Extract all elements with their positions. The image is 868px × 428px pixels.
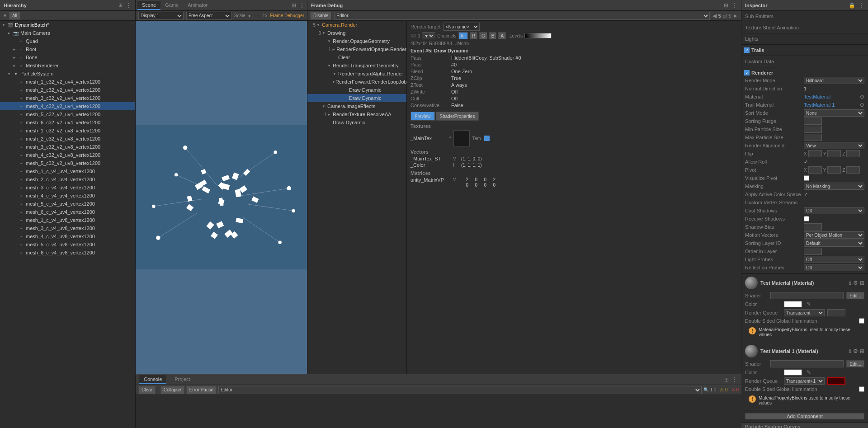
rt-item[interactable]: ▼ Render.TransparentGeometry (307, 61, 406, 70)
list-item[interactable]: ▪mesh_3_c_v4_uv8_vertex1200 (0, 224, 135, 232)
list-item[interactable]: ▪mesh_4_c_v4_uv8_vertex1200 (0, 232, 135, 240)
expand2-icon[interactable]: ⊞ (860, 348, 864, 354)
apply-color-check[interactable]: ✓ (804, 192, 808, 198)
light-probes-select[interactable]: Off (804, 256, 864, 263)
hierarchy-dots[interactable]: ⋮ (125, 2, 132, 9)
tree-item-root[interactable]: ► ▫ Root (0, 45, 135, 53)
list-item[interactable]: ▪mesh_3_c32_v2_uv4_vertex1200 (0, 94, 135, 102)
rt-item[interactable]: 1 ► RenderTexture.ResolveAA (307, 110, 406, 118)
shader-props-btn[interactable]: ShaderProperties (436, 112, 479, 121)
list-item[interactable]: ▪mesh_1_c_v4_uv4_vertex1200 (0, 167, 135, 175)
console-lock-icon[interactable]: ⊞ (724, 376, 729, 383)
rt-item[interactable]: Draw Dynamic (307, 86, 406, 94)
motion-vectors-select[interactable]: Per Object Motion (804, 231, 864, 239)
edit2-btn[interactable]: Edit... (846, 360, 864, 367)
trail-material-select-icon[interactable]: ⊙ (860, 102, 864, 108)
clear-btn[interactable]: Clear (138, 386, 156, 394)
list-item[interactable]: ▪mesh_4_c32_v2_uv8_vertex1200 (0, 151, 135, 159)
list-item[interactable]: ▪mesh_2_c_v4_uv4_vertex1200 (0, 175, 135, 183)
render-alignment-select[interactable]: View (804, 142, 864, 149)
list-item[interactable]: ▪mesh_6_c_v4_uv8_vertex1200 (0, 249, 135, 257)
inspector-lock-icon[interactable]: 🔒 (849, 2, 855, 9)
editor-select[interactable]: Editor (334, 12, 709, 20)
dsgi2-checkbox[interactable] (859, 386, 864, 392)
channel-r-btn[interactable]: R (470, 32, 477, 39)
error-pause-btn[interactable]: Error Pause (186, 386, 217, 394)
tree-item-bone[interactable]: ► ▫ Bone (0, 53, 135, 61)
list-item[interactable]: ▪mesh_2_c32_v2_uv8_vertex1200 (0, 135, 135, 143)
tree-item-dynamicbatch[interactable]: ▼ 🎬 DynamicBatch* ⋮ (0, 21, 135, 29)
tab-animator[interactable]: Animator (183, 1, 212, 10)
trail-material-value[interactable]: TestMaterial 1 (804, 102, 858, 108)
max-particle-input[interactable]: 0.5 (804, 134, 822, 141)
color1-swatch[interactable] (784, 301, 802, 307)
aspect-select[interactable]: Free Aspect (186, 12, 231, 20)
display-select[interactable]: Display 1 (138, 12, 184, 20)
flip-z-input[interactable]: 0 (846, 150, 860, 157)
frame-debug-dots[interactable]: ⋮ (731, 2, 737, 9)
rt-item[interactable]: 5 ▼ Camera.Render (307, 21, 406, 29)
info-icon[interactable]: ℹ (849, 280, 851, 286)
flip-y-input[interactable]: 0 (827, 150, 841, 157)
sort-mode-select[interactable]: None (804, 109, 864, 117)
gear2-icon[interactable]: ⚙ (853, 348, 858, 354)
allow-roll-check[interactable]: ✓ (804, 159, 808, 165)
rt-item-selected[interactable]: Draw Dynamic (307, 94, 406, 102)
shader2-input[interactable]: Unlit/TestShader (770, 360, 844, 367)
info2-icon[interactable]: ℹ (849, 348, 851, 354)
rt-item[interactable]: Clear (307, 53, 406, 61)
shadow-bias-input[interactable]: 0 (804, 223, 822, 230)
sorting-layer-select[interactable]: Default (804, 240, 864, 247)
rt-item[interactable]: 1 ► RenderForwardOpaque.Render (307, 45, 406, 53)
channel-b-btn[interactable]: B (489, 32, 497, 39)
masking-select[interactable]: No Masking (804, 183, 864, 190)
material-select-icon[interactable]: ⊙ (860, 94, 864, 100)
frame-debug-lock-icon[interactable]: ⊞ (724, 2, 728, 9)
trails-checkbox[interactable]: ✓ (744, 47, 750, 53)
scene-lock-icon[interactable]: ⊞ (292, 2, 296, 9)
rq2-select[interactable]: Transparent+1 (784, 377, 825, 385)
rt-item[interactable]: 3 ▼ Drawing (307, 29, 406, 37)
texture-sheet-link[interactable]: Texture Sheet Animation (741, 24, 868, 31)
flip-x-input[interactable]: 0 (808, 150, 822, 157)
disable-btn[interactable]: Disable (310, 12, 331, 20)
receive-shadows-checkbox[interactable] (804, 216, 809, 221)
tab-project[interactable]: Project (170, 375, 194, 384)
custom-data-link[interactable]: Custom Data (741, 58, 868, 65)
visualize-pivot-checkbox[interactable] (804, 175, 809, 181)
list-item[interactable]: ▪mesh_5_c32_v2_uv8_vertex1200 (0, 159, 135, 167)
channel-a-btn[interactable]: A (498, 32, 506, 39)
pivot-z-input[interactable]: 0 (846, 166, 860, 174)
pivot-y-input[interactable]: 0 (827, 166, 841, 174)
min-particle-input[interactable]: 0 (804, 126, 822, 133)
reflection-probes-select[interactable]: Off (804, 264, 864, 271)
list-item[interactable]: ▪mesh_1_c32_v2_uv4_vertex1200 (0, 78, 135, 86)
inspector-dots[interactable]: ⋮ (858, 2, 864, 9)
sub-emitters-link[interactable]: Sub Emitters (741, 13, 868, 20)
pivot-x-input[interactable]: 0 (808, 166, 822, 174)
prev-frame-btn[interactable]: ◀ (712, 13, 717, 19)
hierarchy-dropdown-icon[interactable]: ▼ (3, 13, 7, 18)
render-mode-select[interactable]: Billboard (804, 77, 864, 84)
rq2-input[interactable]: 3001 (827, 377, 845, 385)
scene-dots[interactable]: ⋮ (299, 2, 305, 9)
list-item[interactable]: ▪mesh_3_c32_v2_uv8_vertex1200 (0, 143, 135, 151)
tree-item-meshrenderer[interactable]: ► ▫ MeshRenderer (0, 61, 135, 70)
rt-item[interactable]: ▼ RenderForward.RenderLoopJob (307, 78, 406, 86)
next-frame-btn[interactable]: ► (733, 13, 738, 19)
tab-game[interactable]: Game (160, 1, 183, 10)
list-item[interactable]: ▪mesh_6_c32_v2_uv4_vertex1200 (0, 118, 135, 127)
rt-item[interactable]: Draw Dynamic (307, 118, 406, 127)
gear-icon[interactable]: ⚙ (853, 280, 858, 286)
scale-slider[interactable]: ●—— (248, 13, 260, 18)
list-item[interactable]: ▪mesh_6_c_v4_uv4_vertex1200 (0, 208, 135, 216)
rq1-input[interactable]: 3000 (827, 309, 845, 316)
color2-picker-icon[interactable]: ✎ (807, 369, 811, 376)
renderer-checkbox[interactable]: ✓ (744, 70, 750, 75)
order-layer-input[interactable]: 0 (804, 248, 822, 255)
sorting-fudge-input[interactable]: 0 (804, 118, 822, 125)
channel-all-btn[interactable]: All (458, 32, 468, 39)
rq1-select[interactable]: Transparent (784, 309, 825, 316)
rt-select[interactable]: <No name> (443, 23, 480, 31)
color2-swatch[interactable] (784, 369, 802, 376)
